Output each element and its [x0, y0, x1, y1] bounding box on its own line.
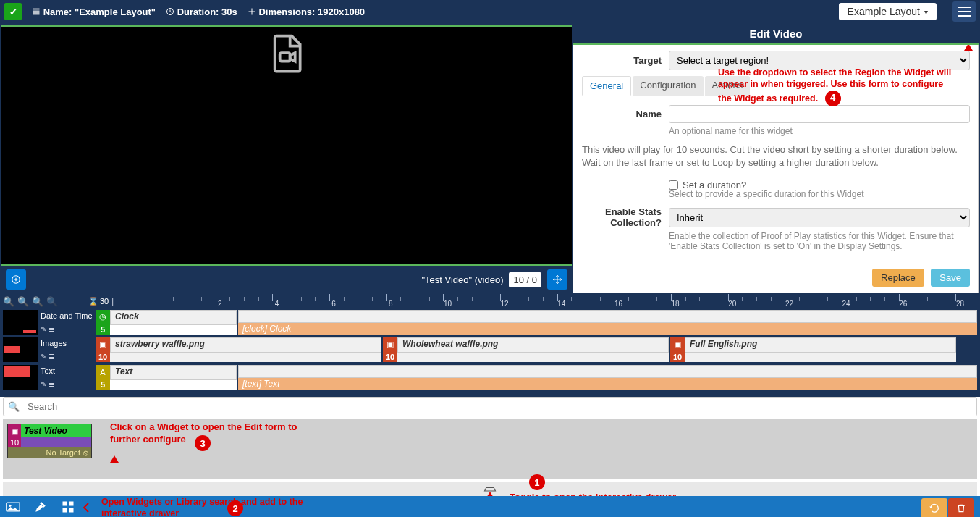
search-input[interactable] [24, 398, 976, 416]
layout-name: Name: "Example Layout" [32, 7, 156, 17]
drawer-handle[interactable]: Toggle to open the interactive drawer 1 [3, 482, 977, 496]
edit-panel-title: Edit Video [573, 25, 979, 43]
stats-label: Enable Stats Collection? [582, 206, 662, 228]
svg-rect-8 [69, 508, 74, 512]
clip-title: strawberry waffle.png [110, 337, 381, 353]
tab-configuration[interactable]: Configuration [633, 76, 703, 96]
clip-title: Text [110, 365, 237, 380]
svg-rect-5 [63, 501, 67, 505]
track-name: Text [41, 366, 93, 375]
video-icon: ▣ [8, 424, 21, 437]
track-name: Images [41, 339, 93, 348]
svg-rect-1 [280, 53, 290, 62]
track-tools[interactable]: ✎ ≣ [41, 380, 93, 388]
layout-dimensions: Dimensions: 1920x1080 [248, 7, 365, 17]
img-icon: ▣ [383, 337, 397, 351]
undo-button[interactable] [921, 498, 947, 517]
drawer-search: 🔍 [3, 397, 977, 416]
menu-button[interactable] [952, 1, 976, 22]
track-name: Date and Time [41, 311, 93, 320]
media-library-icon[interactable] [6, 500, 20, 517]
track: Date and Time✎ ≣◷5Clock[clock] Clock [3, 310, 977, 335]
status-check-icon: ✔ [4, 3, 22, 20]
name-input[interactable] [669, 105, 970, 123]
track-tools[interactable]: ✎ ≣ [41, 325, 93, 333]
timeline-clip[interactable]: ▣10Full English.png [670, 337, 956, 362]
duration-info: This video will play for 10 seconds. Cut… [582, 143, 970, 169]
zoom-out-icon[interactable]: 🔍 [17, 296, 29, 307]
video-file-icon [266, 33, 307, 73]
layout-dropdown[interactable]: Example Layout ▾ [839, 3, 937, 20]
timeline-clip[interactable]: A5Text [96, 365, 237, 390]
svg-rect-6 [69, 501, 74, 505]
save-button[interactable]: Save [931, 269, 970, 287]
preview-footer: "Test Video" (video) 10 / 0 [1, 266, 572, 293]
target-label: Target [582, 55, 662, 66]
region-thumb[interactable] [3, 310, 38, 335]
prev-button[interactable] [6, 269, 26, 290]
clock-icon: ◷ [96, 310, 110, 324]
layout-duration: Duration: 30s [166, 7, 237, 17]
widgets-icon[interactable] [61, 500, 75, 517]
name-label: Name [582, 109, 662, 119]
timeline-ruler: 🔍 🔍 🔍 🔍 ⌛ 30 | 246810121416182022242628 [0, 293, 980, 308]
timeline-tracks: Date and Time✎ ≣◷5Clock[clock] ClockImag… [0, 308, 980, 397]
track-tools[interactable]: ✎ ≣ [41, 353, 93, 361]
timeline-clip[interactable]: ◷5Clock [96, 310, 237, 335]
clip-title: Clock [110, 310, 237, 325]
clip-title: Full English.png [685, 337, 956, 353]
name-help: An optional name for this widget [669, 126, 970, 136]
hourglass-icon: ⌛ [88, 297, 98, 306]
img-icon: ▣ [670, 337, 685, 351]
zoom-in-icon[interactable]: 🔍 [3, 296, 14, 307]
set-duration-help: Select to provide a specific duration fo… [669, 189, 970, 199]
clip-title: Wholewheat waffle.png [397, 337, 669, 353]
drawer-body: ▣ Test Video 10 No Target ⦸ Click on a W… [3, 419, 977, 479]
widget-card[interactable]: ▣ Test Video 10 No Target ⦸ [7, 424, 92, 458]
preview-canvas[interactable] [1, 25, 572, 266]
plus-circle-icon [11, 274, 21, 285]
bottom-toolbar: Open Widgets or Library search and add t… [0, 496, 980, 517]
text-icon: A [96, 365, 110, 379]
timeline-clip[interactable]: ▣10strawberry waffle.png [96, 337, 381, 362]
undo-icon [929, 503, 940, 514]
region-thumb[interactable] [3, 337, 38, 362]
stats-select[interactable]: Inherit [669, 208, 970, 227]
clip-tail-label: [text] Text [238, 378, 977, 390]
tab-general[interactable]: General [582, 76, 631, 96]
svg-rect-7 [63, 508, 67, 512]
track: Text✎ ≣A5Text[text] Text [3, 365, 977, 390]
timeline-clip[interactable]: ▣10Wholewheat waffle.png [383, 337, 669, 362]
move-button[interactable] [547, 269, 567, 290]
move-icon [552, 274, 562, 285]
start-marker: 30 [100, 297, 109, 306]
clip-tail-label: [clock] Clock [238, 323, 977, 335]
svg-point-4 [9, 504, 11, 506]
widget-duration: 10 [8, 437, 21, 447]
counter: 10 / 0 [509, 272, 541, 287]
tools-icon[interactable] [33, 500, 48, 517]
widget-name: Test Video [21, 424, 91, 437]
trash-icon [956, 503, 966, 514]
chevron-left-icon [83, 503, 90, 515]
no-target-label: No Target [46, 448, 81, 457]
no-target-icon: ⦸ [83, 448, 88, 458]
delete-button[interactable] [948, 498, 974, 517]
edit-panel: Edit Video Target Select a target region… [573, 25, 979, 293]
replace-button[interactable]: Replace [872, 269, 924, 287]
region-thumb[interactable] [3, 365, 38, 390]
current-item-label: "Test Video" (video) [421, 274, 503, 285]
track: Images✎ ≣▣10strawberry waffle.png▣10Whol… [3, 337, 977, 362]
stats-help: Enable the collection of Proof of Play s… [669, 231, 970, 251]
zoom-reset-icon[interactable]: 🔍 [32, 296, 43, 307]
chevron-down-icon: ▾ [924, 8, 928, 16]
topbar: ✔ Name: "Example Layout" Duration: 30s D… [0, 0, 980, 23]
search-icon: 🔍 [4, 401, 24, 412]
img-icon: ▣ [96, 337, 110, 351]
zoom-disabled-icon: 🔍 [46, 296, 58, 307]
